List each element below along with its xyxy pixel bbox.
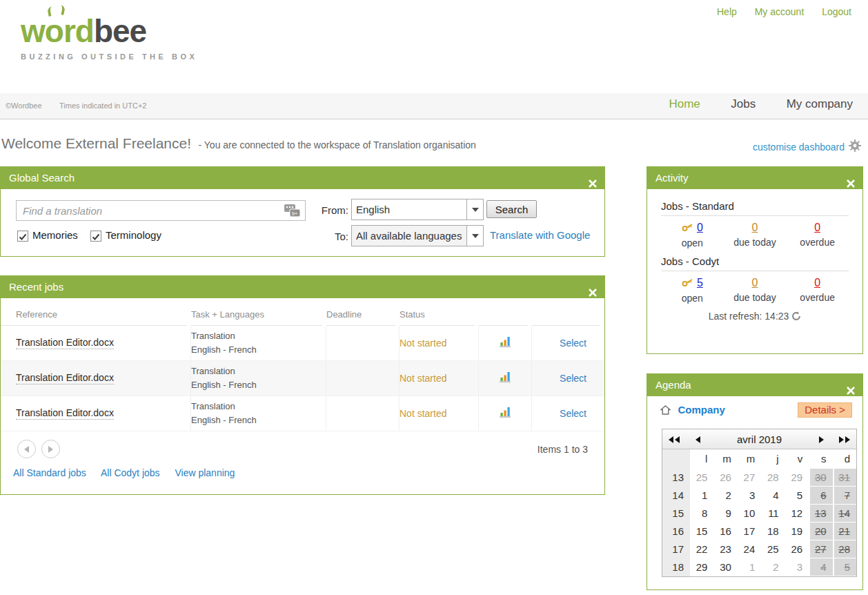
calendar-day-cell[interactable]: 29	[785, 469, 809, 487]
job-stats-cell	[479, 326, 532, 361]
table-row: Translation Editor.docxTranslationEnglis…	[1, 361, 604, 396]
refresh-icon[interactable]	[791, 312, 801, 323]
calendar-day-cell[interactable]: 26	[785, 540, 809, 558]
calendar-day-cell[interactable]: 10	[738, 505, 761, 523]
search-button[interactable]: Search	[486, 200, 537, 218]
calendar-day-cell[interactable]: 7	[833, 487, 856, 505]
calendar-day-cell[interactable]: 1	[738, 558, 761, 576]
calendar-day-cell[interactable]: 29	[690, 558, 713, 576]
translate-with-google-link[interactable]: Translate with Google	[490, 229, 590, 241]
activity-count-link[interactable]: 0	[752, 222, 758, 233]
calendar-day-cell[interactable]: 5	[785, 487, 809, 505]
job-select-link[interactable]: Select	[560, 373, 586, 384]
calendar-day-cell[interactable]: 8	[690, 505, 713, 523]
from-language-select[interactable]: English	[351, 199, 484, 220]
close-icon[interactable]	[589, 282, 597, 304]
calendar-day-cell[interactable]: 11	[761, 505, 785, 523]
activity-count-link[interactable]: 0	[814, 222, 820, 233]
calendar-day-cell[interactable]: 16	[713, 523, 737, 540]
close-icon[interactable]	[847, 380, 855, 402]
gear-icon[interactable]	[849, 143, 861, 154]
activity-counts: 5open0due today0overdue	[661, 277, 849, 304]
activity-count-link[interactable]: 5	[697, 277, 703, 289]
calendar-day-cell[interactable]: 27	[738, 469, 761, 487]
calendar-day-cell[interactable]: 1	[690, 487, 713, 505]
all-codyt-jobs-link[interactable]: All Codyt jobs	[101, 467, 160, 478]
calendar-day-cell[interactable]: 5	[833, 558, 856, 576]
details-button[interactable]: Details >	[798, 402, 852, 418]
calendar-day-cell[interactable]: 17	[738, 523, 761, 540]
calendar-day-cell[interactable]: 6	[809, 487, 832, 505]
calendar-day-cell[interactable]: 3	[738, 487, 761, 505]
calendar-day-cell[interactable]: 28	[833, 540, 856, 558]
calendar-day-cell[interactable]: 12	[785, 505, 809, 523]
company-link[interactable]: Company	[678, 404, 724, 416]
job-reference-link[interactable]: Translation Editor.docx	[16, 372, 114, 384]
calendar-day-cell[interactable]: 4	[809, 558, 832, 576]
checkbox-checked-icon[interactable]	[90, 231, 101, 242]
calendar-day-cell[interactable]: 21	[833, 523, 856, 540]
calendar-day-cell[interactable]: 24	[738, 540, 761, 558]
memories-option[interactable]: Memories	[17, 229, 78, 241]
nav-jobs[interactable]: Jobs	[731, 97, 756, 110]
calendar-day-cell[interactable]: 13	[809, 505, 832, 523]
calendar-day-cell[interactable]: 27	[809, 540, 832, 558]
job-reference-cell: Translation Editor.docx	[1, 396, 191, 431]
calendar-day-cell[interactable]: 26	[713, 469, 737, 487]
close-icon[interactable]	[847, 173, 855, 195]
calendar-day-cell[interactable]: 28	[761, 469, 785, 487]
calendar-day-header: j	[761, 449, 785, 469]
job-reference-link[interactable]: Translation Editor.docx	[16, 407, 114, 420]
all-standard-jobs-link[interactable]: All Standard jobs	[13, 467, 86, 478]
dropdown-arrow-button[interactable]	[466, 199, 483, 220]
calendar-prev-month-button[interactable]	[686, 434, 709, 445]
calendar-day-cell[interactable]: 31	[833, 469, 856, 487]
job-select-link[interactable]: Select	[560, 338, 586, 349]
calendar-next-month-button[interactable]	[809, 434, 833, 445]
calendar-day-cell[interactable]: 25	[690, 469, 713, 487]
calendar-next-year-button[interactable]	[833, 434, 856, 445]
job-select-link[interactable]: Select	[560, 408, 586, 419]
bar-chart-icon[interactable]	[499, 336, 512, 351]
calendar-day-cell[interactable]: 18	[761, 523, 785, 540]
activity-count-link[interactable]: 0	[814, 277, 820, 289]
nav-home[interactable]: Home	[669, 97, 700, 110]
bar-chart-icon[interactable]	[499, 407, 512, 421]
customise-dashboard-link[interactable]: customise dashboard	[753, 142, 845, 153]
job-reference-link[interactable]: Translation Editor.docx	[16, 337, 114, 349]
calendar-day-cell[interactable]: 9	[713, 505, 737, 523]
activity-section-title: Jobs - Standard	[661, 200, 849, 216]
calendar-day-cell[interactable]: 3	[785, 558, 809, 576]
calendar-day-cell[interactable]: 25	[761, 540, 785, 558]
my-account-link[interactable]: My account	[755, 6, 805, 17]
calendar-day-cell[interactable]: 22	[690, 540, 713, 558]
activity-count-link[interactable]: 0	[752, 277, 758, 289]
bar-chart-icon[interactable]	[499, 371, 512, 386]
special-characters-icon[interactable]: 9+	[284, 204, 302, 221]
view-planning-link[interactable]: View planning	[175, 467, 235, 478]
calendar-day-cell[interactable]: 20	[809, 523, 832, 540]
terminology-option[interactable]: Terminology	[90, 229, 161, 241]
calendar-day-cell[interactable]: 19	[785, 523, 809, 540]
calendar-day-cell[interactable]: 30	[809, 469, 832, 487]
calendar-day-cell[interactable]: 14	[833, 505, 856, 523]
wordbee-logo[interactable]: wordbee BUZZING OUTSIDE THE BOX	[21, 15, 197, 61]
dropdown-arrow-button[interactable]	[466, 226, 483, 246]
calendar-day-cell[interactable]: 15	[690, 523, 713, 540]
calendar-prev-year-button[interactable]	[662, 434, 686, 445]
checkbox-checked-icon[interactable]	[17, 231, 28, 242]
next-page-button[interactable]	[41, 440, 60, 458]
nav-my-company[interactable]: My company	[787, 97, 853, 110]
activity-count-link[interactable]: 0	[697, 222, 703, 233]
calendar-day-cell[interactable]: 30	[713, 558, 737, 576]
global-search-panel: Global Search 9+ From: English Search To…	[0, 166, 605, 257]
calendar-day-cell[interactable]: 2	[761, 558, 785, 576]
calendar-day-cell[interactable]: 23	[713, 540, 737, 558]
logout-link[interactable]: Logout	[822, 6, 851, 17]
help-link[interactable]: Help	[717, 6, 737, 17]
to-language-select[interactable]: All available languages	[351, 225, 484, 246]
search-input[interactable]	[17, 201, 305, 220]
calendar-day-cell[interactable]: 4	[761, 487, 785, 505]
calendar-day-cell[interactable]: 2	[713, 487, 737, 505]
prev-page-button[interactable]	[17, 440, 36, 458]
